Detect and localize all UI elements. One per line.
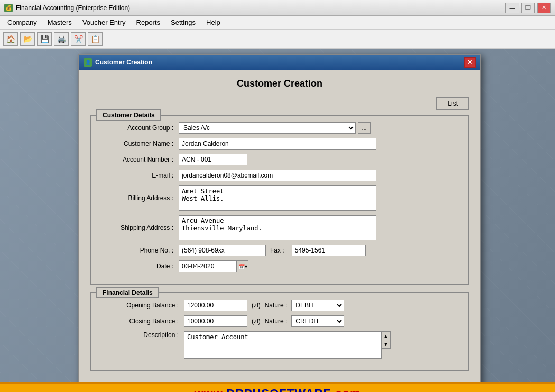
fax-label: Fax :: [270, 247, 288, 254]
toolbar-open[interactable]: 📂: [20, 32, 35, 46]
phone-input[interactable]: [179, 245, 266, 256]
customer-details-label: Customer Details: [96, 109, 161, 121]
account-group-controls: Sales A/c ...: [179, 122, 371, 134]
billing-address-row: Billing Address : Amet Street West Allis…: [99, 185, 460, 211]
close-button[interactable]: ✕: [537, 3, 551, 13]
email-input[interactable]: [179, 170, 376, 181]
closing-unit: (zł): [247, 318, 265, 325]
opening-balance-row: Opening Balance : (zł) Nature : DEBIT CR…: [99, 300, 460, 311]
customer-name-label: Customer Name :: [99, 140, 179, 147]
financial-details-label: Financial Details: [96, 287, 159, 298]
closing-balance-input[interactable]: [184, 315, 247, 327]
menu-masters[interactable]: Masters: [42, 17, 77, 28]
customer-details-section: Customer Details Account Group : Sales A…: [90, 115, 469, 285]
app-icon: 💰: [4, 4, 13, 12]
shipping-address-label: Shipping Address :: [99, 224, 179, 231]
opening-balance-input[interactable]: [184, 300, 247, 311]
phone-fax-row: Phone No. : Fax :: [99, 245, 460, 256]
dialog-body: Customer Creation List Customer Details …: [79, 70, 480, 387]
opening-nature-label: Nature :: [265, 302, 292, 309]
toolbar-paste[interactable]: 📋: [88, 32, 103, 46]
customer-name-input[interactable]: [179, 138, 376, 150]
menu-help[interactable]: Help: [201, 17, 226, 28]
title-bar: 💰 Financial Accounting (Enterprise Editi…: [0, 0, 555, 16]
account-number-row: Account Number :: [99, 154, 460, 165]
email-label: E-mail :: [99, 172, 179, 179]
dialog-close-button[interactable]: ✕: [464, 57, 476, 68]
scroll-up-button[interactable]: ▲: [382, 332, 390, 340]
account-number-label: Account Number :: [99, 156, 179, 163]
billing-address-label: Billing Address :: [99, 194, 179, 202]
closing-nature-label: Nature :: [265, 318, 292, 325]
billing-address-input[interactable]: Amet Street West Allis.: [179, 185, 376, 211]
date-controls: 📅▾: [179, 260, 248, 272]
dialog-title: Customer Creation: [95, 59, 464, 66]
list-btn-container: List: [90, 97, 469, 110]
dialog-title-bar: 👤 Customer Creation ✕: [79, 55, 480, 70]
email-row: E-mail :: [99, 170, 460, 181]
customer-name-row: Customer Name :: [99, 138, 460, 150]
background-area: 👤 Customer Creation ✕ Customer Creation …: [0, 49, 555, 392]
toolbar: 🏠 📂 💾 🖨️ ✂️ 📋: [0, 30, 555, 49]
date-label: Date :: [99, 263, 179, 270]
customer-creation-dialog: 👤 Customer Creation ✕ Customer Creation …: [78, 54, 481, 392]
account-group-select[interactable]: Sales A/c: [179, 122, 356, 134]
menu-bar: Company Masters Voucher Entry Reports Se…: [0, 16, 555, 30]
restore-button[interactable]: ❐: [521, 3, 535, 13]
description-scrollbar: ▲ ▼: [381, 331, 391, 349]
account-browse-button[interactable]: ...: [358, 122, 371, 134]
opening-unit: (zł): [247, 302, 265, 309]
minimize-button[interactable]: —: [505, 3, 519, 13]
shipping-address-row: Shipping Address : Arcu Avenue Thiensvil…: [99, 215, 460, 240]
closing-balance-row: Closing Balance : (zł) Nature : DEBIT CR…: [99, 315, 460, 327]
financial-details-section: Financial Details Opening Balance : (zł)…: [90, 292, 469, 371]
date-input[interactable]: [179, 260, 237, 272]
account-group-row: Account Group : Sales A/c ...: [99, 122, 460, 134]
list-button[interactable]: List: [436, 97, 469, 110]
opening-balance-label: Opening Balance :: [99, 302, 184, 309]
phone-label: Phone No. :: [99, 247, 179, 254]
dialog-main-title: Customer Creation: [90, 78, 469, 89]
toolbar-cut[interactable]: ✂️: [71, 32, 86, 46]
closing-balance-label: Closing Balance :: [99, 318, 184, 325]
scroll-down-button[interactable]: ▼: [382, 340, 390, 349]
account-group-label: Account Group :: [99, 124, 179, 132]
description-row: Description : Customer Account ▲ ▼: [99, 331, 460, 359]
shipping-address-input[interactable]: Arcu Avenue Thiensville Maryland.: [179, 215, 376, 240]
url-bar: www.DRPUSOFTWARE.com: [0, 382, 555, 392]
opening-nature-select[interactable]: DEBIT CREDIT: [291, 300, 344, 311]
menu-company[interactable]: Company: [2, 17, 42, 28]
description-label: Description :: [99, 331, 184, 339]
closing-nature-select[interactable]: DEBIT CREDIT: [291, 315, 344, 327]
url-text: www.DRPUSOFTWARE.com: [195, 387, 361, 393]
menu-reports[interactable]: Reports: [131, 17, 166, 28]
toolbar-print[interactable]: 🖨️: [54, 32, 69, 46]
menu-voucher-entry[interactable]: Voucher Entry: [77, 17, 131, 28]
window-controls: — ❐ ✕: [505, 3, 551, 13]
fax-input[interactable]: [292, 245, 366, 256]
dialog-icon: 👤: [84, 58, 92, 67]
toolbar-save[interactable]: 💾: [37, 32, 52, 46]
description-input[interactable]: Customer Account: [184, 331, 382, 359]
toolbar-home[interactable]: 🏠: [3, 32, 18, 46]
app-title: Financial Accounting (Enterprise Edition…: [16, 4, 505, 12]
phone-fax-controls: Fax :: [179, 245, 366, 256]
calendar-button[interactable]: 📅▾: [237, 260, 248, 272]
account-number-input[interactable]: [179, 154, 247, 165]
date-row: Date : 📅▾: [99, 260, 460, 272]
menu-settings[interactable]: Settings: [165, 17, 201, 28]
